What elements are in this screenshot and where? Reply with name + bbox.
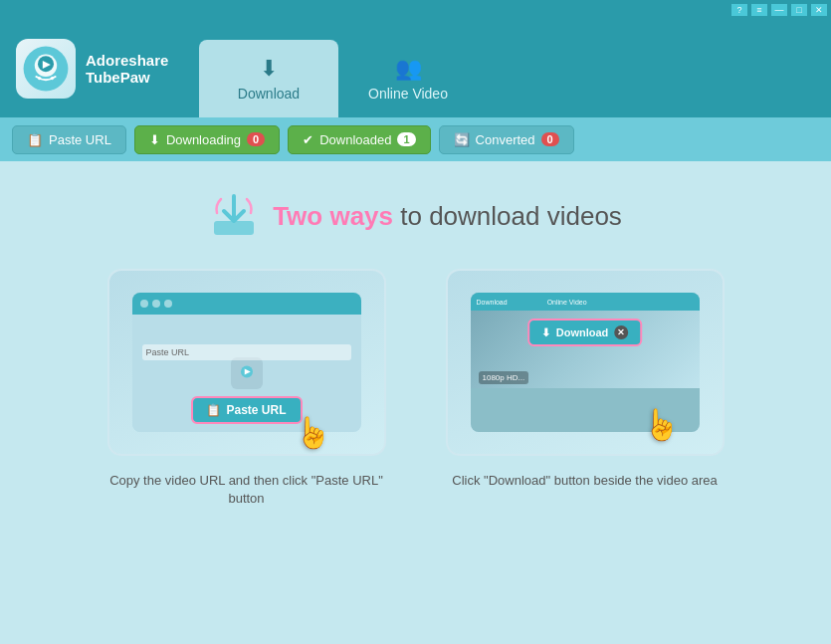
converted-label: Converted <box>476 132 535 147</box>
card1-paste-icon: 📋 <box>206 403 221 417</box>
title-bar: ? ≡ — □ ✕ <box>0 0 831 20</box>
online-video-tab-icon: 👥 <box>395 56 422 82</box>
card2-download-icon: ⬇ <box>541 326 550 339</box>
card2-close-btn: ✕ <box>614 325 628 339</box>
headline-rest: to download videos <box>393 201 622 231</box>
logo-icon <box>22 45 70 93</box>
headline-text: Two ways to download videos <box>273 201 622 232</box>
mock-dot-1 <box>140 300 148 308</box>
card2-header-label2: Online Video <box>547 299 587 306</box>
downloaded-button[interactable]: ✔ Downloaded 1 <box>288 125 430 154</box>
cards-container: Paste URL 📋 Paste URL ☝ <box>98 269 734 508</box>
headline: Two ways to download videos <box>209 191 622 241</box>
converted-button[interactable]: 🔄 Converted 0 <box>439 125 574 154</box>
tab-online-video-label: Online Video <box>368 86 448 102</box>
card1-cursor: ☝ <box>295 415 331 450</box>
svg-point-5 <box>51 77 54 80</box>
svg-rect-6 <box>214 221 254 235</box>
nav-tabs: ⬇ Download 👥 Online Video <box>199 20 831 117</box>
card2-mini-header: Download Online Video <box>471 293 700 311</box>
downloading-button[interactable]: ⬇ Downloading 0 <box>134 125 280 154</box>
converted-badge: 0 <box>541 132 559 146</box>
app-name-line1: Adoreshare <box>86 52 168 69</box>
help-button[interactable]: ? <box>731 4 747 16</box>
menu-button[interactable]: ≡ <box>751 4 767 16</box>
card-paste-url: Paste URL 📋 Paste URL ☝ <box>98 269 396 508</box>
tab-download-label: Download <box>238 86 300 102</box>
minimize-button[interactable]: — <box>771 4 787 16</box>
main-content: Two ways to download videos Paste URL <box>0 161 831 644</box>
tab-online-video[interactable]: 👥 Online Video <box>338 40 478 117</box>
card1-mockup: Paste URL 📋 Paste URL ☝ <box>132 293 361 432</box>
app-name-line2: TubePaw <box>86 69 168 86</box>
downloaded-label: Downloaded <box>319 132 391 147</box>
svg-point-4 <box>38 77 41 80</box>
card2-header-label1: Download <box>477 299 508 306</box>
card1-url-bar: Paste URL <box>142 344 351 360</box>
downloading-badge: 0 <box>247 132 265 146</box>
card2-video-content: ⬇ Download ✕ 1080p HD... <box>471 311 700 388</box>
card2-download-label: Download <box>556 326 609 338</box>
downloading-icon: ⬇ <box>149 132 160 147</box>
headline-icon <box>209 191 259 241</box>
mock-dot-2 <box>152 300 160 308</box>
card2-download-bubble: ⬇ Download ✕ <box>527 319 643 346</box>
card1-paste-label: Paste URL <box>226 403 286 417</box>
app-header: Adoreshare TubePaw ⬇ Download 👥 Online V… <box>0 20 831 117</box>
card1-url-text: Paste URL <box>146 347 190 357</box>
paste-url-label: Paste URL <box>49 132 111 147</box>
card2-description: Click "Download" button beside the video… <box>452 472 718 490</box>
converted-icon: 🔄 <box>454 132 470 147</box>
download-tab-icon: ⬇ <box>260 56 278 82</box>
window-controls[interactable]: ? ≡ — □ ✕ <box>731 4 827 16</box>
card2-image: Download Online Video ⬇ Download ✕ 1080p… <box>446 269 725 456</box>
card2-mockup: Download Online Video ⬇ Download ✕ 1080p… <box>471 293 700 432</box>
toolbar: 📋 Paste URL ⬇ Downloading 0 ✔ Downloaded… <box>0 117 831 161</box>
downloaded-icon: ✔ <box>303 132 313 147</box>
mock-dot-3 <box>164 300 172 308</box>
card1-paste-btn: 📋 Paste URL <box>190 396 302 424</box>
app-name: Adoreshare TubePaw <box>86 52 168 86</box>
downloading-label: Downloading <box>166 132 241 147</box>
headline-highlight: Two ways <box>273 201 393 231</box>
card1-image: Paste URL 📋 Paste URL ☝ <box>107 269 386 456</box>
card1-logo-icon <box>235 361 259 385</box>
card-download-btn: Download Online Video ⬇ Download ✕ 1080p… <box>436 269 734 490</box>
card1-logo <box>231 357 263 389</box>
close-button[interactable]: ✕ <box>811 4 827 16</box>
paste-url-button[interactable]: 📋 Paste URL <box>12 125 126 154</box>
card1-body: Paste URL 📋 Paste URL ☝ <box>132 315 361 432</box>
downloaded-badge: 1 <box>397 132 415 146</box>
card1-topbar <box>132 293 361 315</box>
card2-cursor: ☝ <box>643 407 680 442</box>
tab-download[interactable]: ⬇ Download <box>199 40 338 117</box>
app-logo <box>16 39 76 99</box>
maximize-button[interactable]: □ <box>791 4 807 16</box>
card2-resolution: 1080p HD... <box>479 371 529 384</box>
paste-url-icon: 📋 <box>27 132 43 147</box>
card1-description: Copy the video URL and then click "Paste… <box>98 472 396 508</box>
app-logo-area: Adoreshare TubePaw <box>0 39 199 99</box>
